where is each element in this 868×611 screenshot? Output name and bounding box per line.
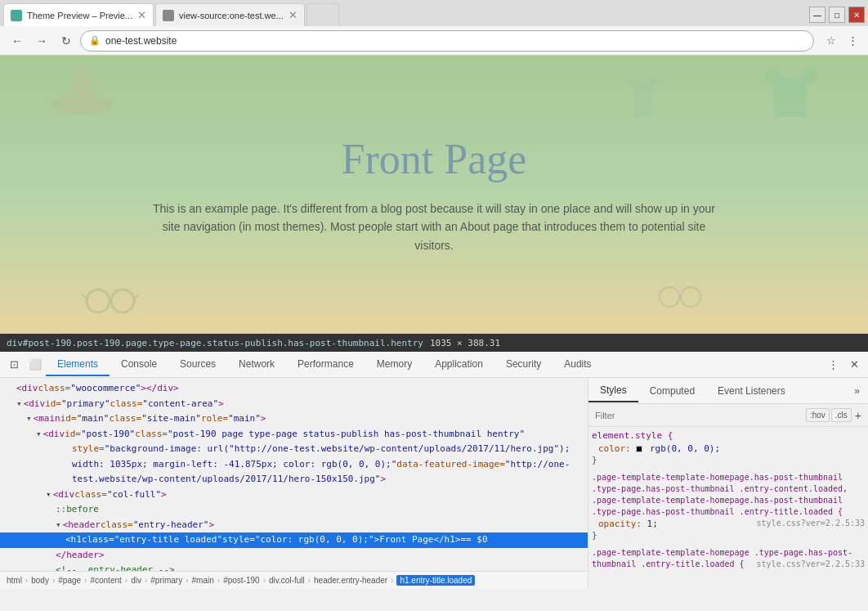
- tab-network[interactable]: Network: [227, 353, 286, 376]
- close-button[interactable]: ✕: [848, 7, 865, 23]
- breadcrumb-primary[interactable]: #primary: [150, 576, 182, 585]
- page-content: Front Page This is an example page. It's…: [0, 56, 868, 334]
- html-line-9: ::before: [0, 502, 588, 518]
- tab-label-2: view-source:one-test.we...: [179, 11, 284, 20]
- style-rule-element: element.style { color: rgb(0, 0, 0); }: [592, 430, 865, 465]
- breadcrumb-entry-header[interactable]: header.entry-header: [314, 576, 387, 585]
- html-line-2: ▾ <div id="primary" class="content-area"…: [0, 397, 588, 412]
- styles-tabs: Styles Computed Event Listeners »: [588, 378, 868, 404]
- devtools-main: <div class="woocommerce"></div> ▾ <div i…: [0, 378, 868, 589]
- devtools-header: ⊡ ⬜ Elements Console Sources Network Per…: [0, 352, 868, 378]
- tab-styles[interactable]: Styles: [588, 380, 638, 402]
- tab-new[interactable]: [306, 3, 339, 26]
- status-size: 1035 × 388.31: [430, 338, 500, 348]
- style-selector-homepage: .page-template-template-homepage.has-pos…: [592, 472, 865, 518]
- tab-sources[interactable]: Sources: [168, 353, 227, 376]
- back-button[interactable]: ←: [7, 30, 28, 52]
- tab-theme-preview[interactable]: Theme Preview – Previe... ✕: [3, 3, 154, 26]
- devtools-close-icon[interactable]: ✕: [843, 354, 865, 375]
- bookmark-icon[interactable]: ☆: [822, 32, 840, 50]
- breadcrumb-html[interactable]: html: [7, 576, 22, 585]
- maximize-button[interactable]: □: [829, 7, 845, 23]
- tab-performance[interactable]: Performance: [286, 353, 365, 376]
- tab-view-source[interactable]: view-source:one-test.we... ✕: [155, 3, 305, 26]
- html-line-5: style="background-image: url("http://one…: [0, 442, 588, 457]
- devtools-responsive-icon[interactable]: ⬜: [25, 354, 46, 375]
- style-selector-entry-title: .page-template-template-homepage .type-p…: [592, 547, 865, 570]
- window-controls: — □ ✕: [809, 7, 865, 23]
- title-bar: Theme Preview – Previe... ✕ view-source:…: [0, 0, 868, 26]
- elements-content: <div class="woocommerce"></div> ▾ <div i…: [0, 378, 588, 571]
- html-line-4: ▾ <div id="post-190" class="post-190 pag…: [0, 427, 588, 443]
- menu-icon[interactable]: ⋮: [843, 32, 861, 50]
- refresh-button[interactable]: ↻: [56, 30, 77, 52]
- forward-button[interactable]: →: [31, 30, 52, 52]
- filter-hov-button[interactable]: :hov: [806, 408, 830, 422]
- styles-tabs-more[interactable]: »: [846, 380, 868, 402]
- minimize-button[interactable]: —: [809, 7, 825, 23]
- tab-event-listeners[interactable]: Event Listeners: [706, 380, 797, 402]
- style-brace-close1: }: [592, 455, 865, 465]
- breadcrumb-page[interactable]: #page: [58, 576, 81, 585]
- breadcrumb-post190[interactable]: #post-190: [223, 576, 259, 585]
- styles-content: element.style { color: rgb(0, 0, 0); } .…: [588, 427, 868, 589]
- html-line-1: <div class="woocommerce"></div>: [0, 381, 588, 397]
- styles-panel: Styles Computed Event Listeners » :hov .…: [588, 378, 868, 589]
- style-prop-color: color: rgb(0, 0, 0);: [592, 443, 865, 455]
- style-brace-close2: }: [592, 530, 865, 541]
- tab-elements[interactable]: Elements: [46, 353, 110, 376]
- style-rule-entry-title: .page-template-template-homepage .type-p…: [592, 547, 865, 570]
- address-bar[interactable]: 🔒 one-test.website: [80, 30, 814, 52]
- tab-memory[interactable]: Memory: [365, 353, 423, 376]
- color-swatch[interactable]: [636, 446, 642, 452]
- lock-icon: 🔒: [89, 35, 101, 46]
- url-text: one-test.website: [105, 35, 805, 47]
- style-rule-homepage: .page-template-template-homepage.has-pos…: [592, 472, 865, 541]
- devtools-tabs: Elements Console Sources Network Perform…: [46, 353, 822, 376]
- filter-input[interactable]: [595, 411, 803, 420]
- devtools-panel: ⊡ ⬜ Elements Console Sources Network Per…: [0, 352, 868, 589]
- html-line-11-selected[interactable]: <h1 class="entry-title loaded" style="co…: [0, 532, 588, 548]
- html-line-3: ▾ <main id="main" class="site-main" role…: [0, 411, 588, 427]
- hero-description: This is an example page. It's different …: [148, 200, 720, 254]
- devtools-inspect-icon[interactable]: ⊡: [3, 354, 25, 375]
- tab-computed[interactable]: Computed: [638, 380, 706, 402]
- html-line-6: width: 1035px; margin-left: -41.875px; c…: [0, 457, 588, 473]
- tab-favicon-1: [11, 10, 22, 21]
- filter-add-button[interactable]: +: [855, 409, 861, 422]
- browser-window: Theme Preview – Previe... ✕ view-source:…: [0, 0, 868, 589]
- nav-icons: ☆ ⋮: [822, 32, 861, 50]
- tab-security[interactable]: Security: [494, 353, 553, 376]
- tab-close-1[interactable]: ✕: [137, 9, 146, 21]
- breadcrumb-bar: html › body › #page › #content › div › #…: [0, 571, 588, 589]
- breadcrumb-content[interactable]: #content: [90, 576, 121, 585]
- tab-application[interactable]: Application: [423, 353, 494, 376]
- html-line-8: ▾ <div class="col-full">: [0, 487, 588, 503]
- tab-close-2[interactable]: ✕: [289, 9, 298, 21]
- html-line-10: ▾ <header class="entry-header">: [0, 518, 588, 533]
- elements-panel: <div class="woocommerce"></div> ▾ <div i…: [0, 378, 588, 589]
- status-element-text: div#post-190.post-190.page.type-page.sta…: [7, 338, 423, 348]
- breadcrumb-h1-selected[interactable]: h1.entry-title.loaded: [396, 575, 475, 586]
- breadcrumb-body[interactable]: body: [31, 576, 49, 585]
- hero-title: Front Page: [342, 135, 527, 183]
- tab-favicon-2: [163, 10, 174, 21]
- style-selector-element: element.style {: [592, 430, 865, 441]
- devtools-more-icon[interactable]: ⋮: [822, 354, 843, 375]
- nav-bar: ← → ↻ 🔒 one-test.website ☆ ⋮: [0, 26, 868, 56]
- tab-audits[interactable]: Audits: [553, 353, 602, 376]
- tab-label-1: Theme Preview – Previe...: [27, 11, 132, 20]
- breadcrumb-div[interactable]: div: [131, 576, 141, 585]
- filter-cls-button[interactable]: .cls: [831, 408, 852, 422]
- devtools-status-bar: div#post-190.post-190.page.type-page.sta…: [0, 334, 868, 352]
- html-line-12: </header>: [0, 548, 588, 564]
- breadcrumb-main[interactable]: #main: [192, 576, 214, 585]
- tab-console[interactable]: Console: [110, 353, 168, 376]
- styles-filter: :hov .cls +: [588, 404, 868, 427]
- html-line-13: <!-- .entry-header -->: [0, 563, 588, 571]
- breadcrumb-col-full[interactable]: div.col-full: [269, 576, 305, 585]
- page-hero: Front Page This is an example page. It's…: [0, 56, 868, 334]
- html-line-7: test.website/wp-content/uploads/2017/11/…: [0, 472, 588, 487]
